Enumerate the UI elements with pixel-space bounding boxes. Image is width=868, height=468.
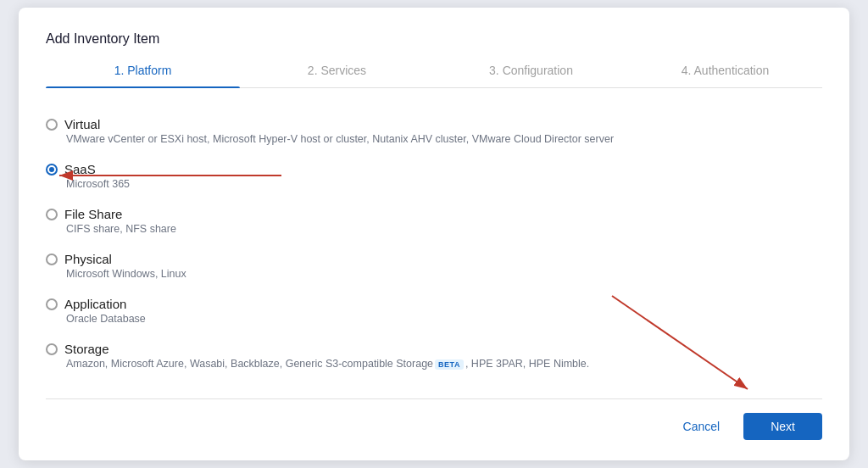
option-storage-desc: Amazon, Microsoft Azure, Wasabi, Backbla… <box>66 358 822 370</box>
option-storage[interactable]: Storage Amazon, Microsoft Azure, Wasabi,… <box>46 333 822 378</box>
option-physical-label: Physical <box>64 252 112 266</box>
radio-application[interactable] <box>46 298 58 310</box>
radio-storage[interactable] <box>46 343 58 355</box>
option-application[interactable]: Application Oracle Database <box>46 288 822 333</box>
option-fileshare-label: File Share <box>64 207 122 221</box>
next-button[interactable]: Next <box>743 413 822 440</box>
steps-bar: 1. Platform 2. Services 3. Configuration… <box>46 64 822 88</box>
step-platform[interactable]: 1. Platform <box>46 64 240 87</box>
option-physical[interactable]: Physical Microsoft Windows, Linux <box>46 243 822 288</box>
option-application-desc: Oracle Database <box>66 313 822 325</box>
radio-fileshare[interactable] <box>46 209 58 220</box>
option-saas-desc: Microsoft 365 <box>66 178 822 190</box>
dialog-title: Add Inventory Item <box>46 31 822 47</box>
radio-physical[interactable] <box>46 254 58 265</box>
step-authentication[interactable]: 4. Authentication <box>628 64 822 87</box>
step-configuration[interactable]: 3. Configuration <box>434 64 628 87</box>
cancel-button[interactable]: Cancel <box>670 413 734 440</box>
option-virtual-label: Virtual <box>64 117 100 131</box>
platform-options: Virtual VMware vCenter or ESXi host, Mic… <box>46 109 822 378</box>
radio-saas[interactable] <box>46 164 58 176</box>
option-storage-label: Storage <box>64 342 109 356</box>
option-fileshare-desc: CIFS share, NFS share <box>66 223 822 235</box>
option-saas[interactable]: SaaS Microsoft 365 <box>46 153 822 198</box>
option-virtual[interactable]: Virtual VMware vCenter or ESXi host, Mic… <box>46 109 822 153</box>
option-physical-desc: Microsoft Windows, Linux <box>66 268 822 280</box>
step-services[interactable]: 2. Services <box>240 64 434 87</box>
beta-badge: BETA <box>435 359 464 370</box>
add-inventory-dialog: Add Inventory Item 1. Platform 2. Servic… <box>19 8 849 460</box>
dialog-footer: Cancel Next <box>46 398 822 440</box>
radio-virtual[interactable] <box>46 119 58 131</box>
option-virtual-desc: VMware vCenter or ESXi host, Microsoft H… <box>66 133 822 145</box>
option-application-label: Application <box>64 297 126 311</box>
option-fileshare[interactable]: File Share CIFS share, NFS share <box>46 198 822 243</box>
option-saas-label: SaaS <box>64 162 96 176</box>
